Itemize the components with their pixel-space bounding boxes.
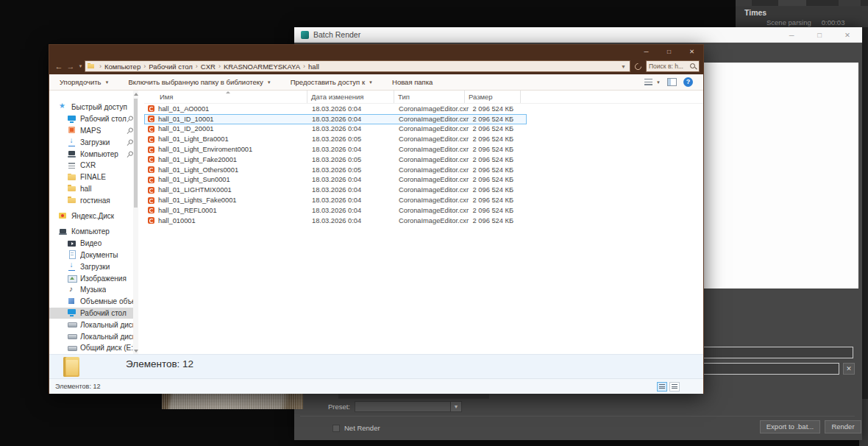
command-bar-button[interactable]: Упорядочить▼: [60, 78, 110, 86]
sidebar-item[interactable]: Объемные объекты: [49, 296, 138, 308]
sidebar-item[interactable]: Рабочий стол: [49, 308, 138, 319]
breadcrumb-item[interactable]: Компьютер: [104, 63, 140, 71]
column-header[interactable]: Тип: [394, 91, 465, 103]
sidebar-item[interactable]: FINALE: [49, 171, 138, 183]
file-size-cell: 2 096 524 КБ: [466, 197, 522, 204]
change-view-icon[interactable]: [644, 79, 652, 85]
sidebar-item[interactable]: Компьютер: [49, 148, 138, 160]
thumbnails-view-button[interactable]: [669, 382, 680, 392]
sidebar-item[interactable]: hall: [49, 183, 138, 195]
preview-pane-icon[interactable]: [667, 78, 677, 86]
sidebar-item[interactable]: Компьютер: [49, 226, 138, 238]
command-bar-button[interactable]: Включить выбранную папку в библиотеку▼: [129, 78, 271, 86]
file-size-cell: 2 096 524 КБ: [466, 217, 522, 224]
forward-icon[interactable]: →: [65, 62, 77, 71]
chevron-down-icon: ▼: [105, 80, 110, 85]
refresh-icon: [633, 62, 643, 71]
corona-file-icon: [148, 126, 154, 132]
file-row[interactable]: hall_01_Light_Sun000118.03.2026 0:04Coro…: [144, 175, 527, 185]
chevron-down-icon[interactable]: ▼: [450, 402, 461, 411]
sidebar-item[interactable]: Загрузки: [49, 261, 138, 272]
sidebar-item[interactable]: Локальный диск (D:): [49, 330, 138, 342]
sidebar-item-label: Локальный диск (D:): [80, 333, 138, 341]
column-header[interactable]: Имя: [144, 91, 307, 103]
breadcrumb-separator-icon: ›: [218, 63, 221, 70]
column-header[interactable]: Дата изменения: [307, 91, 394, 103]
details-view-button[interactable]: [657, 382, 667, 392]
maximize-icon[interactable]: □: [814, 31, 825, 39]
breadcrumb-item[interactable]: Рабочий стол: [149, 63, 193, 71]
file-row[interactable]: hall_01_Light_Enviroment000118.03.2026 0…: [144, 144, 527, 155]
search-input[interactable]: Поиск в: h...: [646, 60, 700, 72]
command-bar-button[interactable]: Предоставить доступ к▼: [291, 78, 373, 86]
recent-locations-icon[interactable]: ▼: [77, 64, 85, 68]
computer-icon: [59, 227, 68, 236]
file-row[interactable]: hall_01000118.03.2026 0:04CoronaImageEdi…: [144, 216, 527, 226]
file-list: ИмяДата измененияТипРазмер hall_01_AO000…: [138, 91, 703, 354]
sidebar-item[interactable]: Видео: [49, 238, 138, 249]
breadcrumb-item[interactable]: hall: [308, 63, 319, 71]
scroll-down-icon[interactable]: [133, 347, 138, 354]
command-bar-button[interactable]: Новая папка: [392, 78, 433, 86]
net-render-checkbox[interactable]: [332, 425, 340, 432]
list-icon: [68, 161, 77, 170]
sidebar-item[interactable]: Музыка: [49, 284, 138, 296]
command-bar-button-label: Включить выбранную папку в библиотеку: [129, 78, 263, 86]
render-button[interactable]: Render: [825, 420, 861, 433]
help-icon[interactable]: ?: [683, 77, 693, 87]
address-dropdown-icon[interactable]: ▼: [619, 64, 627, 69]
breadcrumb-item[interactable]: CXR: [201, 63, 216, 71]
scroll-up-icon[interactable]: [133, 91, 138, 97]
file-date-cell: 18.03.2026 0:05: [308, 156, 395, 163]
sidebar-item[interactable]: Документы: [49, 249, 138, 261]
file-row[interactable]: hall_01_Light_Others000118.03.2026 0:05C…: [144, 165, 527, 175]
sidebar-item[interactable]: Рабочий стол: [49, 113, 138, 125]
sidebar-item[interactable]: гостиная: [49, 194, 138, 206]
chevron-down-icon[interactable]: ▼: [656, 80, 661, 85]
file-row[interactable]: hall_01_REFL000118.03.2026 0:04CoronaIma…: [144, 205, 527, 216]
file-size-cell: 2 096 524 КБ: [466, 176, 522, 183]
sidebar-item-label: Изображения: [80, 275, 127, 283]
sidebar-item[interactable]: Яндекс.Диск: [49, 210, 138, 222]
minimize-icon[interactable]: ─: [635, 45, 658, 58]
command-bar: Упорядочить▼Включить выбранную папку в б…: [49, 74, 703, 91]
file-type-cell: CoronaImageEditor.cxr: [395, 176, 466, 183]
file-size-cell: 2 096 524 КБ: [466, 146, 522, 153]
export-to-bat-button[interactable]: Export to .bat...: [760, 420, 820, 433]
sidebar-item[interactable]: Загрузки: [49, 136, 138, 148]
close-icon[interactable]: ✕: [842, 31, 853, 39]
address-bar[interactable]: ›Компьютер›Рабочий стол›CXR›KRASNOARMEYS…: [85, 60, 630, 72]
batch-render-app-icon: [301, 31, 309, 39]
file-row[interactable]: hall_01_ID_1000118.03.2026 0:04CoronaIma…: [144, 114, 527, 124]
sidebar-item-label: Загрузки: [80, 263, 110, 271]
file-row[interactable]: hall_01_Lights_Fake000118.03.2026 0:04Co…: [144, 195, 527, 205]
sidebar-item[interactable]: Общий диск (E:): [49, 342, 138, 354]
file-row[interactable]: hall_01_AO000118.03.2026 0:04CoronaImage…: [144, 104, 527, 114]
breadcrumb-item[interactable]: KRASNOARMEYSKAYA: [224, 63, 300, 71]
minimize-icon[interactable]: ─: [786, 31, 797, 39]
close-icon[interactable]: ✕: [680, 45, 703, 58]
sidebar-item[interactable]: MAPS: [49, 125, 138, 137]
refresh-button[interactable]: [632, 60, 644, 72]
explorer-titlebar[interactable]: ─ □ ✕: [49, 45, 703, 58]
file-row[interactable]: hall_01_LIGHTMIX000118.03.2026 0:04Coron…: [144, 185, 527, 195]
batch-render-titlebar[interactable]: Batch Render ─ □ ✕: [294, 27, 862, 43]
maximize-icon[interactable]: □: [658, 45, 680, 58]
column-header[interactable]: Размер: [465, 91, 521, 103]
file-row[interactable]: hall_01_Light_Bra000118.03.2026 0:05Coro…: [144, 134, 527, 144]
file-row[interactable]: hall_01_Light_Fake2000118.03.2026 0:05Co…: [144, 155, 527, 165]
search-icon[interactable]: [690, 63, 697, 70]
file-row[interactable]: hall_01_ID_2000118.03.2026 0:04CoronaIma…: [144, 124, 527, 135]
clear-field-button[interactable]: ✕: [843, 363, 855, 375]
file-date-cell: 18.03.2026 0:04: [308, 207, 395, 214]
sidebar-item[interactable]: Локальный диск (C:): [49, 319, 138, 330]
sidebar-item[interactable]: Изображения: [49, 272, 138, 284]
batch-field-upper[interactable]: [700, 347, 853, 358]
sidebar-item[interactable]: Быстрый доступ: [49, 102, 138, 113]
sidebar-item[interactable]: CXR: [49, 160, 138, 171]
file-name: hall_01_LIGHTMIX0001: [158, 186, 232, 194]
back-icon[interactable]: ←: [53, 62, 65, 71]
folder-icon: [68, 196, 77, 205]
batch-field-lower[interactable]: [697, 363, 839, 375]
preset-dropdown[interactable]: ▼: [355, 401, 462, 412]
